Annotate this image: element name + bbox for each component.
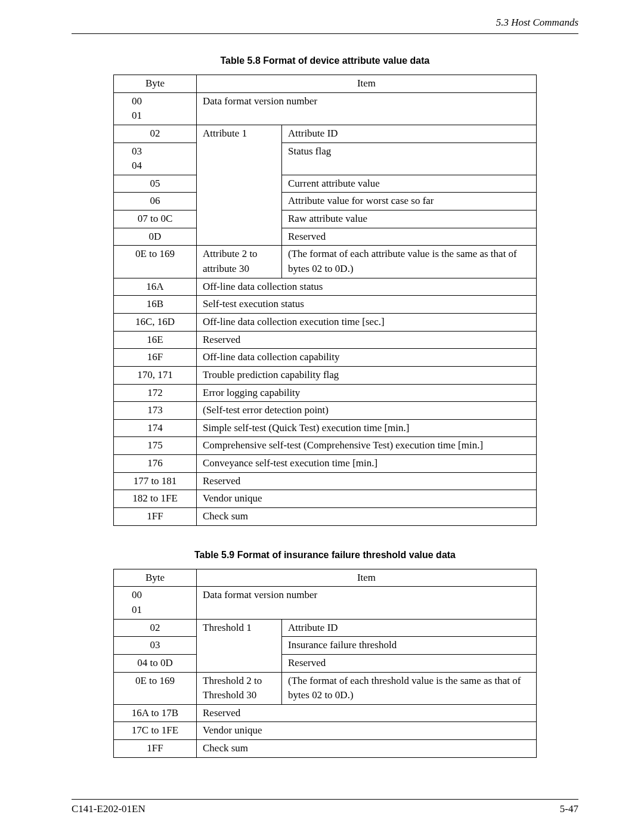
cell-byte: 174 [114,419,197,437]
cell-byte: 03 [114,637,197,655]
cell-item: Vendor unique [197,490,537,508]
cell-byte: 170, 171 [114,366,197,384]
cell-item: Attribute ID [282,125,537,143]
cell-byte: 0D [114,228,197,246]
table-row: 04 to 0D Reserved [114,654,537,672]
cell-item: Attribute value for worst case so far [282,193,537,210]
table-row: 00 01 Data format version number [114,587,537,619]
cell-byte: 1FF [114,508,197,526]
cell-item: (Self-test error detection point) [197,402,537,420]
doc-id: C141-E202-01EN [72,803,145,815]
page-number: 5-47 [560,803,578,815]
table-row: 173 (Self-test error detection point) [114,402,537,420]
cell-byte: 02 [114,125,197,143]
cell-byte: 00 01 [114,92,197,125]
cell-byte: 172 [114,384,197,402]
cell-attr: Threshold 1 [197,619,282,672]
table-row: 00 01 Data format version number [114,92,537,125]
table-row: 16C, 16D Off-line data collection execut… [114,313,537,331]
cell-item: Raw attribute value [282,210,537,228]
cell-attr: Attribute 2 to attribute 30 [197,246,282,278]
cell-byte: 03 04 [114,143,197,175]
col-header-item: Item [197,569,537,587]
cell-item: Off-line data collection capability [197,349,537,367]
cell-byte: 177 to 181 [114,472,197,490]
cell-item: Trouble prediction capability flag [197,366,537,384]
section-header: 5.3 Host Commands [72,17,578,29]
cell-item: Conveyance self-test execution time [min… [197,455,537,473]
cell-item: Reserved [282,654,537,672]
table-1: Byte Item 00 01 Data format version numb… [113,75,537,526]
table-caption-2: Table 5.9 Format of insurance failure th… [72,550,578,561]
cell-item: Status flag [282,143,537,175]
table-row: 0E to 169 Attribute 2 to attribute 30 (T… [114,246,537,278]
cell-item: Data format version number [197,92,537,125]
cell-byte: 04 to 0D [114,654,197,672]
cell-byte: 02 [114,619,197,637]
cell-byte: 0E to 169 [114,246,197,278]
table-row: 16B Self-test execution status [114,296,537,314]
table-row: Byte Item [114,569,537,587]
cell-byte: 175 [114,437,197,455]
col-header-byte: Byte [114,569,197,587]
cell-byte: 173 [114,402,197,420]
table-row: 03 Insurance failure threshold [114,637,537,655]
page-footer: C141-E202-01EN 5-47 [72,799,578,815]
table-row: 182 to 1FE Vendor unique [114,490,537,508]
cell-byte: 16E [114,331,197,349]
table-row: 0D Reserved [114,228,537,246]
table-row: 03 04 Status flag [114,143,537,175]
cell-item: Check sum [197,740,537,758]
table-row: 175 Comprehensive self-test (Comprehensi… [114,437,537,455]
table-row: 176 Conveyance self-test execution time … [114,455,537,473]
table-row: 16A Off-line data collection status [114,278,537,296]
cell-item: Reserved [197,472,537,490]
cell-item: Data format version number [197,587,537,619]
cell-byte: 05 [114,175,197,193]
page: 5.3 Host Commands Table 5.8 Format of de… [0,0,644,833]
table-row: 0E to 169 Threshold 2 to Threshold 30 (T… [114,672,537,704]
cell-byte: 1FF [114,740,197,758]
cell-item: Off-line data collection status [197,278,537,296]
cell-attr: Threshold 2 to Threshold 30 [197,672,282,704]
cell-item: Reserved [197,704,537,722]
cell-item: Reserved [197,331,537,349]
cell-byte: 176 [114,455,197,473]
table-row: 07 to 0C Raw attribute value [114,210,537,228]
cell-item: Current attribute value [282,175,537,193]
table-row: 1FF Check sum [114,508,537,526]
cell-item: Vendor unique [197,722,537,740]
cell-byte: 17C to 1FE [114,722,197,740]
cell-item: Simple self-test (Quick Test) execution … [197,419,537,437]
table-row: 02 Attribute 1 Attribute ID [114,125,537,143]
cell-item: (The format of each attribute value is t… [282,246,537,278]
cell-item: Self-test execution status [197,296,537,314]
footer-rule [72,799,578,800]
table-row: 16E Reserved [114,331,537,349]
cell-item: Off-line data collection execution time … [197,313,537,331]
table-row: 05 Current attribute value [114,175,537,193]
cell-byte: 182 to 1FE [114,490,197,508]
cell-item: (The format of each threshold value is t… [282,672,537,704]
table-row: 1FF Check sum [114,740,537,758]
table-row: 06 Attribute value for worst case so far [114,193,537,210]
table-caption-1: Table 5.8 Format of device attribute val… [72,55,578,66]
cell-item: Attribute ID [282,619,537,637]
cell-attr: Attribute 1 [197,125,282,245]
cell-byte: 00 01 [114,587,197,619]
cell-item: Error logging capability [197,384,537,402]
table-row: 02 Threshold 1 Attribute ID [114,619,537,637]
table-row: 174 Simple self-test (Quick Test) execut… [114,419,537,437]
table-row: 172 Error logging capability [114,384,537,402]
col-header-item: Item [197,75,537,93]
table-row: 170, 171 Trouble prediction capability f… [114,366,537,384]
col-header-byte: Byte [114,75,197,93]
cell-byte: 16C, 16D [114,313,197,331]
cell-byte: 07 to 0C [114,210,197,228]
table-row: Byte Item [114,75,537,93]
cell-item: Comprehensive self-test (Comprehensive T… [197,437,537,455]
cell-byte: 0E to 169 [114,672,197,704]
table-row: 16F Off-line data collection capability [114,349,537,367]
table-2: Byte Item 00 01 Data format version numb… [113,569,537,758]
cell-item: Reserved [282,228,537,246]
